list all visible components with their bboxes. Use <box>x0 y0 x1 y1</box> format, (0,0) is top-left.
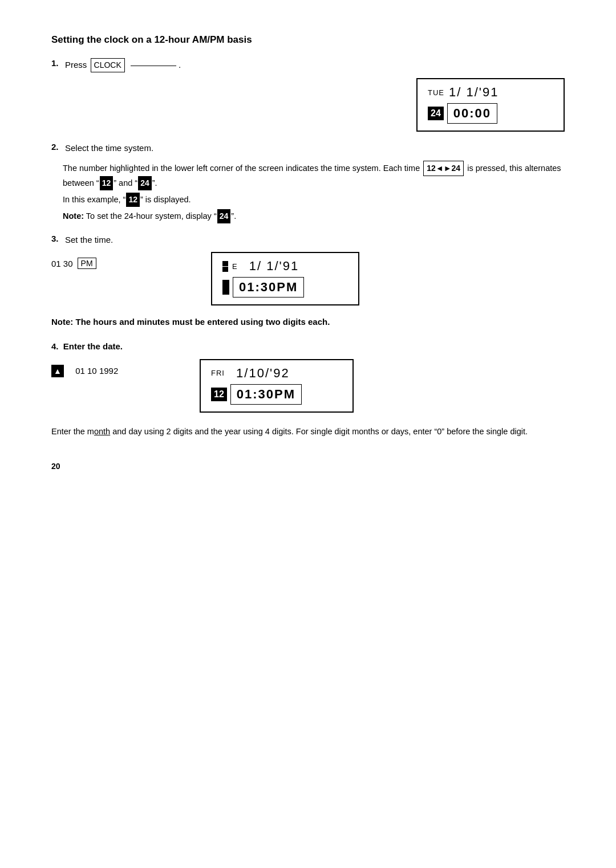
step-2-text: Select the time system. <box>65 142 153 155</box>
lcd2-cursor-bottom <box>222 267 228 272</box>
step-4-entry: 01 10 1992 <box>75 366 118 376</box>
highlight-24-a: 24 <box>138 176 152 190</box>
step-2-note: Note: To set the 24-hour system, display… <box>63 209 565 223</box>
lcd2-time-row: 01:30PM <box>222 277 348 298</box>
step-2-block: 2. Select the time system. The number hi… <box>51 142 565 223</box>
step-3-entry: 01 30 PM <box>51 258 177 269</box>
lcd-display-3: FRI 1/10/'92 12 01:30PM <box>200 359 354 413</box>
lcd2-date: 1/ 1/'91 <box>249 259 299 274</box>
step-1-number: 1. <box>51 58 62 68</box>
lcd-display-1-container: TUE 1/ 1/'91 24 00:00 <box>51 78 565 132</box>
lcd2-day: E <box>232 262 238 271</box>
step-3-line: 3. Set the time. <box>51 234 565 247</box>
lcd3-day: FRI <box>211 369 225 377</box>
up-arrow-key[interactable]: ▲ <box>51 365 64 377</box>
step-3-entry-value: 01 30 <box>51 259 73 268</box>
lcd-display-2: E 1/ 1/'91 01:30PM <box>211 252 359 305</box>
step-4-heading: 4. Enter the date. <box>51 341 565 351</box>
lcd3-date-line: FRI 1/10/'92 <box>211 366 342 381</box>
lcd-display-1: TUE 1/ 1/'91 24 00:00 <box>416 78 565 132</box>
key-12-24[interactable]: 12◄►24 <box>423 161 464 176</box>
step-2-line: 2. Select the time system. <box>51 142 565 155</box>
lcd2-date-line: E 1/ 1/'91 <box>222 259 348 274</box>
highlight-12-b: 12 <box>126 193 140 207</box>
lcd3-indicator: 12 <box>211 388 227 401</box>
step-4-block: 4. Enter the date. ▲ 01 10 1992 FRI 1/10… <box>51 341 565 413</box>
underline-dashes <box>131 66 176 66</box>
lcd1-time-row: 24 00:00 <box>428 103 553 124</box>
lcd2-cursor-left <box>222 280 229 295</box>
clock-key[interactable]: CLOCK <box>91 58 125 72</box>
step-3-text: Set the time. <box>65 234 113 247</box>
lcd1-indicator: 24 <box>428 107 444 120</box>
bottom-paragraph: Enter the month and day using 2 digits a… <box>51 425 565 439</box>
page-number: 20 <box>51 462 565 471</box>
step-2-sub1: The number highlighted in the lower left… <box>63 161 565 190</box>
step-3-block: 3. Set the time. 01 30 PM E <box>51 234 565 306</box>
heading-text: Setting the clock on a 12-hour AM/PM bas… <box>51 34 252 45</box>
lcd1-date: 1/ 1/'91 <box>449 85 499 100</box>
page-content: Setting the clock on a 12-hour AM/PM bas… <box>51 34 565 471</box>
lcd2-cursor-top <box>222 261 228 266</box>
main-heading: Setting the clock on a 12-hour AM/PM bas… <box>51 34 565 46</box>
step-1-text: Press CLOCK . <box>65 58 181 72</box>
pm-key[interactable]: PM <box>78 258 96 269</box>
lcd3-time-row: 12 01:30PM <box>211 384 342 405</box>
lcd1-time: 00:00 <box>447 103 497 124</box>
step-3-number: 3. <box>51 234 62 243</box>
lcd1-day: TUE <box>428 88 444 97</box>
step-3-left: 01 30 PM <box>51 252 177 269</box>
lcd2-time: 01:30PM <box>233 277 304 298</box>
step-3-inline-area: 01 30 PM E 1/ 1/'91 <box>51 252 565 305</box>
lcd3-time: 01:30PM <box>230 384 302 405</box>
note-bold: Note: The hours and minutes must be ente… <box>51 316 565 329</box>
highlight-12-a: 12 <box>100 176 114 190</box>
step-1-line: 1. Press CLOCK . <box>51 58 565 72</box>
step-4-content: ▲ 01 10 1992 FRI 1/10/'92 12 01:30PM <box>51 359 565 413</box>
step-2-number: 2. <box>51 142 62 152</box>
step-4-left: ▲ 01 10 1992 <box>51 359 177 377</box>
step-4-number: 4. <box>51 341 59 351</box>
lcd1-date-line: TUE 1/ 1/'91 <box>428 85 553 100</box>
highlight-24-b: 24 <box>217 209 231 223</box>
step-2-sub2: In this example, “12” is displayed. <box>63 193 565 207</box>
lcd3-date: 1/10/'92 <box>236 366 290 381</box>
